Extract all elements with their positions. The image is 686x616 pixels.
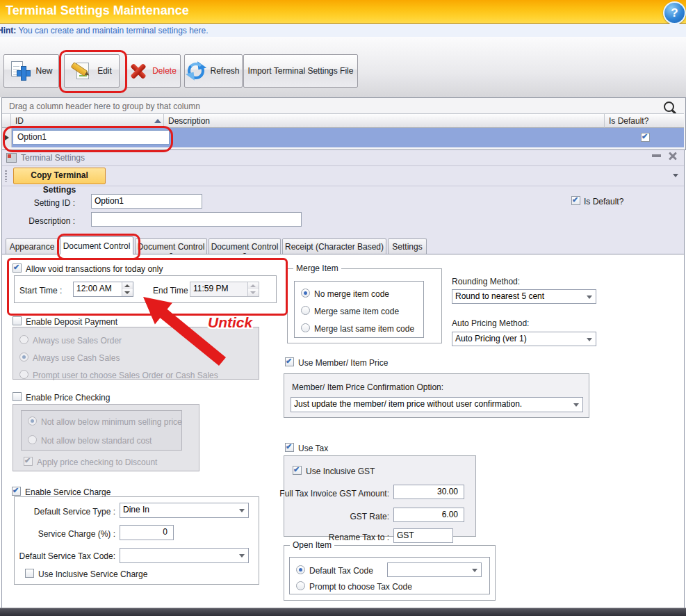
group-by-hint: Drag a column header here to group by th… bbox=[9, 102, 200, 111]
id-cell-editor[interactable]: Option1 bbox=[13, 130, 170, 145]
allow-void-checkbox[interactable] bbox=[13, 264, 22, 273]
full-tax-gst-amount-input[interactable]: 30.00 bbox=[393, 485, 464, 499]
start-time-input[interactable]: 12:00 AM bbox=[73, 282, 133, 297]
radio-prompt-tax-code[interactable] bbox=[296, 581, 305, 590]
row-isdefault-checkbox[interactable] bbox=[641, 133, 650, 142]
service-type-value: Dine In bbox=[123, 505, 149, 514]
column-header-description[interactable]: Description bbox=[164, 113, 605, 128]
description-input[interactable] bbox=[91, 212, 302, 227]
default-service-tax-combo[interactable] bbox=[120, 548, 249, 563]
use-tax-label: Use Tax bbox=[298, 444, 328, 453]
import-terminal-settings-button[interactable]: Import Terminal Settings File bbox=[243, 54, 358, 88]
use-member-item-price-label: Use Member/ Item Price bbox=[298, 358, 388, 368]
pencil-icon bbox=[72, 61, 92, 81]
tab-receipt-character-based[interactable]: Receipt (Character Based) bbox=[282, 238, 386, 254]
service-charge-pct-input[interactable]: 0 bbox=[120, 525, 174, 540]
hint-bar: Hint: You can create and maintain termin… bbox=[0, 24, 686, 38]
radio-merge-same[interactable] bbox=[301, 306, 310, 315]
tab-appearance[interactable]: Appearance bbox=[6, 238, 58, 254]
always-sales-order-label: Always use Sales Order bbox=[33, 336, 122, 346]
enable-service-charge-checkbox[interactable] bbox=[12, 487, 21, 496]
chevron-down-icon bbox=[587, 338, 592, 341]
gst-rate-input[interactable]: 6.00 bbox=[393, 508, 464, 522]
isdefault-checkbox[interactable] bbox=[571, 196, 580, 205]
copy-terminal-settings-button[interactable]: Copy Terminal Settings bbox=[13, 168, 106, 184]
sort-ascending-icon bbox=[154, 119, 161, 123]
radio-always-cash-sales[interactable] bbox=[19, 352, 28, 362]
tab-document-control[interactable]: Document Control bbox=[60, 236, 133, 254]
radio-default-tax-code[interactable] bbox=[296, 565, 305, 574]
pin-icon[interactable] bbox=[652, 154, 661, 157]
apply-price-checking-discount-checkbox[interactable] bbox=[24, 457, 33, 466]
end-time-spinner[interactable] bbox=[247, 282, 259, 296]
merge-item-title: Merge Item bbox=[293, 264, 341, 273]
radio-prompt-order-type[interactable] bbox=[19, 370, 28, 379]
merge-same-label: Merge same item code bbox=[314, 307, 399, 316]
rounding-method-combo[interactable]: Round to nearest 5 cent bbox=[452, 289, 596, 304]
chevron-down-icon bbox=[587, 295, 592, 299]
default-tax-code-label: Default Tax Code bbox=[309, 566, 373, 576]
delete-button[interactable]: Delete bbox=[125, 54, 181, 88]
toolbar-grip-handle[interactable] bbox=[5, 170, 7, 182]
red-x-icon bbox=[129, 62, 147, 80]
use-inclusive-gst-label: Use Inclusive GST bbox=[306, 467, 375, 476]
setting-id-label: Setting ID : bbox=[19, 198, 75, 208]
radio-not-below-std-cost[interactable] bbox=[28, 435, 37, 444]
rename-tax-input[interactable]: GST bbox=[393, 528, 453, 543]
help-icon[interactable]: ? bbox=[663, 1, 686, 24]
close-icon[interactable] bbox=[669, 152, 677, 160]
tab-document-control-3[interactable]: Document Control 3 bbox=[209, 238, 281, 254]
radio-not-below-min-price[interactable] bbox=[28, 416, 37, 425]
description-label: Description : bbox=[19, 216, 75, 226]
chevron-down-icon bbox=[239, 554, 245, 558]
refresh-button[interactable]: Refresh bbox=[184, 54, 243, 88]
use-tax-checkbox[interactable] bbox=[285, 443, 294, 452]
use-inclusive-gst-checkbox[interactable] bbox=[293, 466, 302, 475]
tab-document-control-2[interactable]: Document Control 2 bbox=[135, 238, 207, 254]
enable-service-charge-label: Enable Service Charge bbox=[25, 487, 111, 497]
default-tax-code-combo[interactable] bbox=[387, 562, 482, 577]
merge-last-same-label: Merge last same item code bbox=[314, 324, 414, 334]
row-indicator-header bbox=[2, 113, 11, 128]
new-button-label: New bbox=[35, 66, 52, 76]
title-bar: Terminal Settings Maintenance bbox=[0, 0, 686, 24]
hint-label: Hint: bbox=[0, 26, 16, 35]
gst-rate-label: GST Rate: bbox=[279, 512, 389, 521]
enable-price-checking-label: Enable Price Checking bbox=[26, 393, 110, 403]
auto-pricing-method-combo[interactable]: Auto Pricing (ver 1) bbox=[452, 332, 596, 346]
start-time-spinner[interactable] bbox=[122, 282, 133, 296]
radio-merge-last-same[interactable] bbox=[301, 323, 310, 332]
start-time-value: 12:00 AM bbox=[76, 284, 112, 293]
search-icon[interactable] bbox=[664, 102, 674, 112]
dialog-title-bar: Terminal Settings bbox=[2, 150, 684, 166]
end-time-input[interactable]: 11:59 PM bbox=[190, 282, 259, 297]
member-option-combo[interactable]: Just update the member/ item price witho… bbox=[291, 397, 583, 412]
new-button[interactable]: New bbox=[3, 54, 59, 88]
use-member-item-price-checkbox[interactable] bbox=[285, 357, 294, 366]
always-cash-sales-label: Always use Cash Sales bbox=[33, 353, 120, 363]
prompt-order-type-label: Prompt user to choose Sales Order or Cas… bbox=[33, 371, 218, 380]
enable-deposit-checkbox[interactable] bbox=[13, 316, 22, 325]
edit-button[interactable]: Edit bbox=[64, 54, 120, 88]
start-time-label: Start Time : bbox=[19, 286, 62, 295]
rounding-method-value: Round to nearest 5 cent bbox=[455, 291, 544, 301]
bottom-status-strip bbox=[0, 608, 686, 616]
import-button-label: Import Terminal Settings File bbox=[248, 66, 354, 76]
use-inclusive-service-charge-checkbox[interactable] bbox=[25, 569, 34, 578]
enable-deposit-label: Enable Deposit Payment bbox=[26, 317, 117, 327]
group-by-panel[interactable]: Drag a column header here to group by th… bbox=[2, 98, 684, 113]
tab-settings[interactable]: Settings bbox=[388, 238, 427, 254]
radio-no-merge[interactable] bbox=[301, 289, 310, 298]
dialog-title: Terminal Settings bbox=[21, 153, 85, 163]
default-service-type-combo[interactable]: Dine In bbox=[120, 503, 249, 518]
chevron-down-icon bbox=[573, 403, 579, 407]
no-merge-label: No merge item code bbox=[314, 289, 389, 299]
radio-always-sales-order[interactable] bbox=[19, 335, 28, 344]
page-title: Terminal Settings Maintenance bbox=[6, 3, 189, 18]
column-header-isdefault[interactable]: Is Default? bbox=[605, 113, 684, 128]
setting-id-input[interactable]: Option1 bbox=[91, 194, 202, 209]
column-header-id[interactable]: ID bbox=[11, 113, 164, 128]
toolbar-overflow-chevron-icon[interactable] bbox=[673, 174, 678, 177]
member-option-label: Member/ Item Price Confirmation Option: bbox=[292, 382, 443, 392]
enable-price-checking-checkbox[interactable] bbox=[13, 392, 22, 401]
